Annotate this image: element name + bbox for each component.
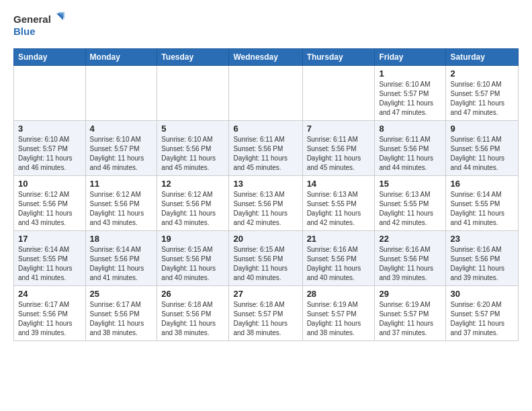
- day-info: Sunrise: 6:11 AM Sunset: 5:56 PM Dayligh…: [307, 135, 371, 173]
- week-row-3: 10Sunrise: 6:12 AM Sunset: 5:56 PM Dayli…: [14, 176, 519, 231]
- day-info: Sunrise: 6:10 AM Sunset: 5:56 PM Dayligh…: [161, 135, 224, 173]
- calendar-cell: 18Sunrise: 6:14 AM Sunset: 5:56 PM Dayli…: [85, 231, 157, 286]
- header: General Blue: [13, 11, 519, 40]
- day-info: Sunrise: 6:10 AM Sunset: 5:57 PM Dayligh…: [18, 135, 81, 173]
- day-info: Sunrise: 6:16 AM Sunset: 5:56 PM Dayligh…: [307, 245, 371, 283]
- weekday-header-wednesday: Wednesday: [229, 49, 302, 66]
- day-number: 10: [18, 179, 81, 189]
- week-row-2: 3Sunrise: 6:10 AM Sunset: 5:57 PM Daylig…: [14, 121, 519, 176]
- day-number: 29: [379, 289, 441, 299]
- weekday-header-row: SundayMondayTuesdayWednesdayThursdayFrid…: [14, 49, 519, 66]
- day-number: 13: [233, 179, 298, 189]
- calendar-cell: 25Sunrise: 6:17 AM Sunset: 5:56 PM Dayli…: [85, 286, 157, 341]
- day-number: 4: [90, 124, 153, 134]
- day-info: Sunrise: 6:18 AM Sunset: 5:57 PM Dayligh…: [233, 300, 298, 338]
- day-number: 9: [450, 124, 514, 134]
- calendar-cell: 12Sunrise: 6:12 AM Sunset: 5:56 PM Dayli…: [157, 176, 229, 231]
- calendar-cell: 21Sunrise: 6:16 AM Sunset: 5:56 PM Dayli…: [302, 231, 375, 286]
- day-info: Sunrise: 6:10 AM Sunset: 5:57 PM Dayligh…: [379, 80, 441, 118]
- day-number: 7: [307, 124, 371, 134]
- day-info: Sunrise: 6:11 AM Sunset: 5:56 PM Dayligh…: [379, 135, 441, 173]
- weekday-header-monday: Monday: [85, 49, 157, 66]
- day-number: 18: [90, 234, 153, 244]
- calendar-cell: 3Sunrise: 6:10 AM Sunset: 5:57 PM Daylig…: [14, 121, 86, 176]
- day-info: Sunrise: 6:18 AM Sunset: 5:56 PM Dayligh…: [161, 300, 224, 338]
- calendar-cell: [14, 66, 86, 121]
- day-info: Sunrise: 6:13 AM Sunset: 5:55 PM Dayligh…: [379, 190, 441, 228]
- day-number: 25: [90, 289, 153, 299]
- day-info: Sunrise: 6:15 AM Sunset: 5:56 PM Dayligh…: [161, 245, 224, 283]
- day-number: 6: [233, 124, 298, 134]
- day-number: 30: [450, 289, 514, 299]
- calendar-cell: 29Sunrise: 6:19 AM Sunset: 5:57 PM Dayli…: [375, 286, 446, 341]
- calendar-cell: 14Sunrise: 6:13 AM Sunset: 5:55 PM Dayli…: [302, 176, 375, 231]
- weekday-header-thursday: Thursday: [302, 49, 375, 66]
- day-info: Sunrise: 6:16 AM Sunset: 5:56 PM Dayligh…: [379, 245, 441, 283]
- logo: General Blue: [13, 11, 67, 40]
- day-number: 8: [379, 124, 441, 134]
- calendar-cell: 9Sunrise: 6:11 AM Sunset: 5:56 PM Daylig…: [446, 121, 519, 176]
- calendar-cell: 24Sunrise: 6:17 AM Sunset: 5:56 PM Dayli…: [14, 286, 86, 341]
- day-number: 26: [161, 289, 224, 299]
- day-info: Sunrise: 6:17 AM Sunset: 5:56 PM Dayligh…: [18, 300, 81, 338]
- calendar-cell: 4Sunrise: 6:10 AM Sunset: 5:57 PM Daylig…: [85, 121, 157, 176]
- day-info: Sunrise: 6:16 AM Sunset: 5:56 PM Dayligh…: [450, 245, 514, 283]
- calendar-cell: 27Sunrise: 6:18 AM Sunset: 5:57 PM Dayli…: [229, 286, 302, 341]
- day-info: Sunrise: 6:12 AM Sunset: 5:56 PM Dayligh…: [161, 190, 224, 228]
- calendar-cell: 1Sunrise: 6:10 AM Sunset: 5:57 PM Daylig…: [375, 66, 446, 121]
- day-number: 15: [379, 179, 441, 189]
- day-number: 11: [90, 179, 153, 189]
- calendar-cell: 28Sunrise: 6:19 AM Sunset: 5:57 PM Dayli…: [302, 286, 375, 341]
- week-row-1: 1Sunrise: 6:10 AM Sunset: 5:57 PM Daylig…: [14, 66, 519, 121]
- calendar-cell: 10Sunrise: 6:12 AM Sunset: 5:56 PM Dayli…: [14, 176, 86, 231]
- day-number: 1: [379, 68, 441, 79]
- day-number: 19: [161, 234, 224, 244]
- day-info: Sunrise: 6:11 AM Sunset: 5:56 PM Dayligh…: [450, 135, 514, 173]
- calendar-cell: 23Sunrise: 6:16 AM Sunset: 5:56 PM Dayli…: [446, 231, 519, 286]
- calendar-cell: 6Sunrise: 6:11 AM Sunset: 5:56 PM Daylig…: [229, 121, 302, 176]
- day-info: Sunrise: 6:10 AM Sunset: 5:57 PM Dayligh…: [90, 135, 153, 173]
- calendar-table: SundayMondayTuesdayWednesdayThursdayFrid…: [13, 48, 519, 341]
- calendar-cell: 11Sunrise: 6:12 AM Sunset: 5:56 PM Dayli…: [85, 176, 157, 231]
- day-number: 21: [307, 234, 371, 244]
- page: General Blue SundayMondayTuesdayWednesda…: [0, 0, 532, 352]
- calendar-cell: 7Sunrise: 6:11 AM Sunset: 5:56 PM Daylig…: [302, 121, 375, 176]
- calendar-cell: 2Sunrise: 6:10 AM Sunset: 5:57 PM Daylig…: [446, 66, 519, 121]
- calendar-cell: 8Sunrise: 6:11 AM Sunset: 5:56 PM Daylig…: [375, 121, 446, 176]
- day-number: 5: [161, 124, 224, 134]
- day-info: Sunrise: 6:14 AM Sunset: 5:55 PM Dayligh…: [450, 190, 514, 228]
- day-number: 17: [18, 234, 81, 244]
- calendar-cell: 16Sunrise: 6:14 AM Sunset: 5:55 PM Dayli…: [446, 176, 519, 231]
- day-number: 23: [450, 234, 514, 244]
- day-info: Sunrise: 6:17 AM Sunset: 5:56 PM Dayligh…: [90, 300, 153, 338]
- day-info: Sunrise: 6:15 AM Sunset: 5:56 PM Dayligh…: [233, 245, 298, 283]
- day-info: Sunrise: 6:12 AM Sunset: 5:56 PM Dayligh…: [90, 190, 153, 228]
- svg-text:General: General: [13, 13, 51, 25]
- calendar-cell: [157, 66, 229, 121]
- calendar-cell: 13Sunrise: 6:13 AM Sunset: 5:56 PM Dayli…: [229, 176, 302, 231]
- week-row-5: 24Sunrise: 6:17 AM Sunset: 5:56 PM Dayli…: [14, 286, 519, 341]
- weekday-header-saturday: Saturday: [446, 49, 519, 66]
- day-info: Sunrise: 6:13 AM Sunset: 5:55 PM Dayligh…: [307, 190, 371, 228]
- day-info: Sunrise: 6:14 AM Sunset: 5:55 PM Dayligh…: [18, 245, 81, 283]
- day-number: 20: [233, 234, 298, 244]
- day-number: 28: [307, 289, 371, 299]
- logo-svg: General Blue: [13, 11, 67, 40]
- calendar-cell: 26Sunrise: 6:18 AM Sunset: 5:56 PM Dayli…: [157, 286, 229, 341]
- day-info: Sunrise: 6:11 AM Sunset: 5:56 PM Dayligh…: [233, 135, 298, 173]
- day-number: 22: [379, 234, 441, 244]
- day-info: Sunrise: 6:20 AM Sunset: 5:57 PM Dayligh…: [450, 300, 514, 338]
- svg-text:Blue: Blue: [13, 26, 36, 37]
- day-number: 27: [233, 289, 298, 299]
- weekday-header-friday: Friday: [375, 49, 446, 66]
- week-row-4: 17Sunrise: 6:14 AM Sunset: 5:55 PM Dayli…: [14, 231, 519, 286]
- day-info: Sunrise: 6:14 AM Sunset: 5:56 PM Dayligh…: [90, 245, 153, 283]
- day-info: Sunrise: 6:10 AM Sunset: 5:57 PM Dayligh…: [450, 80, 514, 118]
- calendar-cell: 30Sunrise: 6:20 AM Sunset: 5:57 PM Dayli…: [446, 286, 519, 341]
- day-info: Sunrise: 6:13 AM Sunset: 5:56 PM Dayligh…: [233, 190, 298, 228]
- weekday-header-sunday: Sunday: [14, 49, 86, 66]
- day-number: 16: [450, 179, 514, 189]
- calendar-cell: 15Sunrise: 6:13 AM Sunset: 5:55 PM Dayli…: [375, 176, 446, 231]
- day-info: Sunrise: 6:19 AM Sunset: 5:57 PM Dayligh…: [307, 300, 371, 338]
- day-info: Sunrise: 6:19 AM Sunset: 5:57 PM Dayligh…: [379, 300, 441, 338]
